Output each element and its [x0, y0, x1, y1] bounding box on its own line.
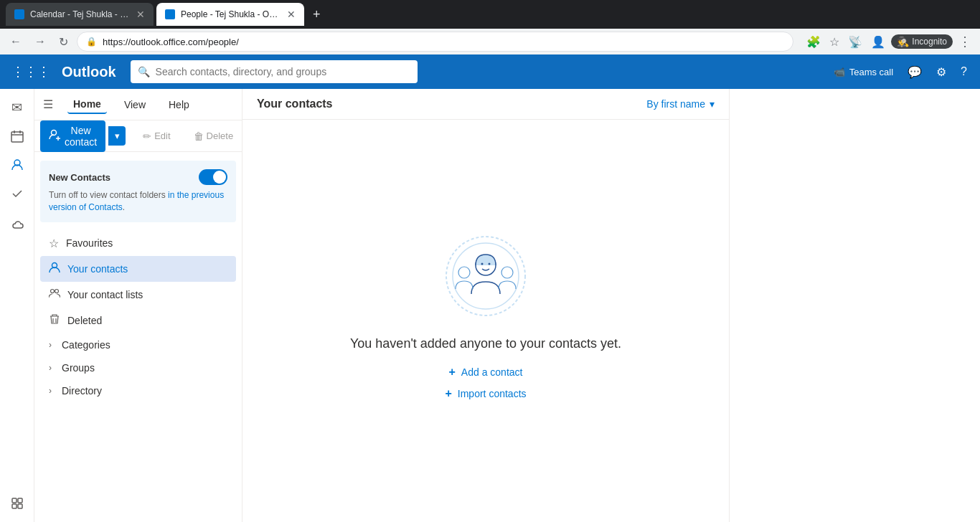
calendar-favicon: [14, 9, 24, 19]
profile-button[interactable]: 👤: [868, 32, 888, 52]
settings-icon: ⚙: [936, 65, 946, 79]
people-icon: [11, 158, 24, 171]
svg-rect-7: [12, 504, 17, 508]
new-contacts-toggle[interactable]: [199, 169, 227, 185]
search-input[interactable]: [156, 66, 410, 77]
svg-point-20: [458, 267, 470, 278]
person-nav-icon: [49, 262, 60, 276]
app-grid-icon[interactable]: ⋮⋮⋮: [9, 61, 53, 82]
empty-title: You haven't added anyone to your contact…: [350, 336, 621, 351]
app: ⋮⋮⋮ Outlook 🔍 📹 Teams call 💬 ⚙ ? ✉: [0, 54, 980, 522]
tab-calendar-close[interactable]: ✕: [136, 9, 145, 20]
hamburger-button[interactable]: ☰: [40, 95, 56, 114]
tab-people-close[interactable]: ✕: [287, 9, 296, 20]
back-button[interactable]: ←: [6, 32, 26, 51]
help-button[interactable]: ?: [956, 61, 971, 82]
sidebar-item-your-contacts[interactable]: Your contacts: [40, 256, 236, 282]
plus-add-icon: +: [449, 366, 456, 379]
address-bar[interactable]: 🔒 https://outlook.office.com/people/: [77, 32, 793, 52]
categories-label: Categories: [62, 339, 110, 351]
menu-view[interactable]: View: [118, 96, 151, 113]
cloud-icon: [11, 216, 24, 229]
new-tab-button[interactable]: +: [307, 7, 326, 22]
svg-rect-5: [12, 498, 17, 503]
contact-lists-label: Your contact lists: [67, 289, 143, 300]
svg-point-18: [481, 263, 484, 265]
rail-people[interactable]: [4, 152, 30, 178]
chevron-directory-icon: ›: [49, 386, 52, 396]
edit-button[interactable]: ✏ Edit: [137, 128, 176, 145]
add-person-icon: [49, 129, 60, 143]
sidebar-item-categories[interactable]: › Categories: [40, 333, 236, 356]
tab-calendar[interactable]: Calendar - Tej Shukla - Outlook ✕: [6, 3, 154, 26]
star-nav-icon: ☆: [49, 237, 59, 250]
url-text: https://outlook.office.com/people/: [103, 37, 239, 47]
svg-point-15: [446, 237, 525, 315]
menu-help[interactable]: Help: [163, 96, 195, 113]
screen-mirror-button[interactable]: 📡: [845, 32, 865, 52]
extensions-button[interactable]: 🧩: [804, 32, 824, 52]
settings-button[interactable]: ⚙: [932, 61, 951, 83]
rail-apps[interactable]: [4, 490, 30, 516]
new-contact-label: New contact: [65, 125, 97, 148]
app-title: Outlook: [62, 64, 116, 80]
tab-calendar-label: Calendar - Tej Shukla - Outlook: [30, 9, 131, 19]
toggle-description: Turn off to view contact folders in the …: [49, 189, 227, 214]
teams-call-button[interactable]: 📹 Teams call: [829, 62, 897, 82]
toggle-knob: [213, 171, 226, 184]
import-contacts-action[interactable]: + Import contacts: [445, 387, 526, 400]
help-icon: ?: [961, 65, 967, 78]
main-content: ✉: [0, 89, 980, 522]
import-contacts-label: Import contacts: [458, 388, 527, 399]
sidebar-item-contact-lists[interactable]: Your contact lists: [40, 282, 236, 308]
calendar-icon: [11, 130, 24, 143]
new-contact-dropdown-button[interactable]: ▾: [108, 126, 126, 146]
search-bar[interactable]: 🔍: [131, 60, 418, 83]
sidebar-main-content: New Contacts Turn off to view contact fo…: [34, 152, 242, 411]
sidebar-item-groups[interactable]: › Groups: [40, 356, 236, 379]
sidebar-item-directory[interactable]: › Directory: [40, 379, 236, 402]
new-contacts-toggle-section: New Contacts Turn off to view contact fo…: [40, 161, 236, 222]
favourites-label: Favourites: [66, 237, 113, 249]
chevron-groups-icon: ›: [49, 363, 52, 373]
sort-label: By first name: [646, 98, 705, 110]
browser-actions: 🧩 ☆ 📡 👤 🕵 Incognito ⋮: [804, 31, 974, 52]
menu-button[interactable]: ⋮: [956, 31, 974, 52]
directory-label: Directory: [62, 385, 102, 397]
rail-calendar[interactable]: [4, 123, 30, 149]
rail-tasks[interactable]: [4, 181, 30, 207]
browser-controls: ← → ↻ 🔒 https://outlook.office.com/peopl…: [0, 29, 980, 54]
svg-rect-6: [18, 498, 22, 503]
sidebar-item-deleted[interactable]: Deleted: [40, 308, 236, 333]
forward-button[interactable]: →: [30, 32, 50, 51]
plus-import-icon: +: [445, 387, 451, 400]
people-favicon: [165, 9, 175, 19]
delete-button[interactable]: 🗑 Delete: [188, 128, 240, 145]
delete-icon: 🗑: [194, 130, 204, 142]
svg-point-19: [489, 263, 491, 265]
new-contact-button[interactable]: New contact: [40, 120, 105, 152]
incognito-label: Incognito: [912, 37, 947, 47]
incognito-badge: 🕵 Incognito: [891, 34, 953, 49]
sort-dropdown[interactable]: By first name ▾: [646, 98, 715, 110]
people-list-icon: [49, 288, 60, 302]
rail-mail[interactable]: ✉: [4, 95, 30, 120]
trash-nav-icon: [49, 313, 60, 328]
new-contacts-label: New Contacts: [49, 172, 110, 183]
svg-rect-0: [11, 132, 23, 142]
svg-point-14: [55, 289, 59, 293]
contacts-list-title: Your contacts: [257, 98, 333, 110]
tab-people[interactable]: People - Tej Shukla - Outlook ✕: [156, 3, 304, 26]
bookmark-button[interactable]: ☆: [826, 32, 842, 52]
sidebar-toolbar: New contact ▾ ✏ Edit 🗑 Delete ↩ Restore: [34, 120, 242, 152]
rail-cloud[interactable]: [4, 209, 30, 235]
add-contact-action[interactable]: + Add a contact: [449, 366, 523, 379]
contacts-empty-state: You haven't added anyone to your contact…: [242, 120, 729, 522]
detail-panel: [729, 89, 980, 522]
reload-button[interactable]: ↻: [55, 32, 72, 52]
chat-button[interactable]: 💬: [903, 61, 926, 83]
browser-chrome: Calendar - Tej Shukla - Outlook ✕ People…: [0, 0, 980, 29]
sidebar-item-favourites[interactable]: ☆ Favourites: [40, 231, 236, 256]
sidebar: ☰ Home View Help New contac: [34, 89, 242, 522]
menu-home[interactable]: Home: [67, 95, 107, 114]
